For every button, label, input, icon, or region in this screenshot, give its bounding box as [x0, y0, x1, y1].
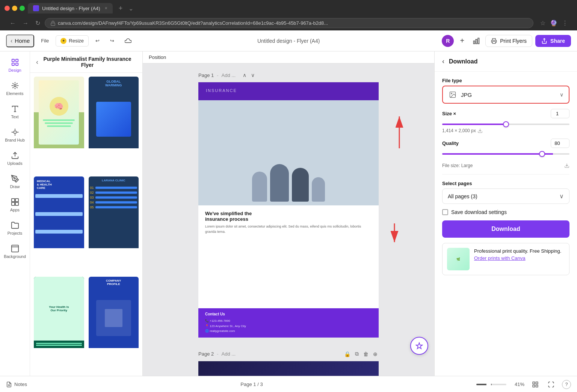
redo-btn[interactable]: ↪	[106, 36, 118, 46]
background-icon	[11, 244, 19, 253]
user-avatar[interactable]: R	[442, 35, 454, 47]
resize-btn[interactable]: ✦ Resize	[56, 35, 89, 47]
sidebar-item-text[interactable]: Text	[2, 101, 28, 123]
template-item[interactable]: GLOBALWARMING	[88, 76, 140, 173]
grid-view-icon	[532, 381, 539, 388]
close-window-btn[interactable]	[5, 6, 10, 11]
help-btn[interactable]: ?	[562, 380, 571, 389]
sidebar-item-brand-hub[interactable]: Brand Hub	[2, 124, 28, 146]
download-title: Download	[449, 58, 477, 65]
back-nav-btn[interactable]: ←	[8, 18, 18, 28]
page-2-lock-btn[interactable]: 🔒	[343, 350, 352, 358]
brand-hub-icon	[11, 128, 19, 136]
size-px-text: 1,414 × 2,000 px	[442, 128, 476, 133]
template-item[interactable]: 🧠	[33, 76, 85, 173]
file-type-label: File type	[442, 78, 569, 83]
template-item[interactable]: Your Health IsOur Priority	[33, 276, 85, 373]
download-back-btn[interactable]: ‹	[442, 57, 444, 65]
forward-nav-btn[interactable]: →	[20, 18, 31, 28]
file-size-text: File size: Large	[442, 163, 473, 168]
refresh-btn[interactable]: ↻	[33, 18, 42, 28]
bookmark-btn[interactable]: ☆	[539, 18, 547, 28]
canvas-toolbar: Position	[143, 51, 434, 63]
svg-rect-4	[492, 41, 495, 43]
sidebar-item-draw[interactable]: Draw	[2, 171, 28, 193]
svg-rect-32	[533, 385, 535, 387]
grid-view-btn[interactable]	[530, 380, 540, 389]
extensions-btn[interactable]: 🔮	[548, 18, 559, 28]
size-slider[interactable]	[442, 124, 569, 125]
zoom-controls: 41%	[476, 381, 524, 387]
magic-btn[interactable]	[410, 337, 428, 355]
download-btn[interactable]: Download	[442, 220, 569, 238]
notes-icon	[6, 381, 12, 387]
page-2-add-btn[interactable]: ⊕	[372, 350, 379, 358]
divider	[442, 174, 569, 175]
page-2-copy-btn[interactable]: ⧉	[354, 350, 360, 358]
browser-menu-btn[interactable]: ⋮	[560, 18, 569, 28]
sidebar-item-design[interactable]: Design	[2, 54, 28, 76]
sidebar-item-background[interactable]: Background	[2, 241, 28, 262]
fullscreen-btn[interactable]	[546, 380, 556, 389]
lock-icon	[50, 21, 56, 26]
page-1-add[interactable]: Add ...	[222, 72, 236, 78]
file-type-dropdown[interactable]: JPG ∨	[442, 86, 569, 104]
sidebar-uploads-label: Uploads	[7, 161, 22, 166]
template-item[interactable]: COMPANYPROFILE	[88, 276, 140, 373]
size-info-icon	[477, 128, 483, 133]
uploads-icon	[11, 151, 19, 160]
sidebar-projects-label: Projects	[8, 231, 23, 235]
help-label: ?	[565, 382, 568, 387]
pages-dropdown[interactable]: All pages (3) ∨	[442, 188, 569, 204]
home-btn[interactable]: ‹ Home	[6, 35, 34, 47]
print-btn[interactable]: Print Flyers	[485, 35, 532, 47]
add-collaborator-btn[interactable]: +	[457, 36, 467, 46]
template-item[interactable]: LARANA CLINIC 01 02 03 04 05	[88, 176, 140, 273]
page-1-down-btn[interactable]: ∨	[250, 71, 256, 79]
sidebar-item-uploads[interactable]: Uploads	[2, 148, 28, 169]
analytics-btn[interactable]	[470, 35, 482, 47]
quality-slider[interactable]	[442, 153, 569, 155]
tab-close-btn[interactable]: ×	[105, 6, 107, 11]
svg-rect-19	[15, 202, 18, 205]
canvas-scroll[interactable]: Page 1 - Add ... ∧ ∨	[143, 63, 434, 376]
text-icon	[11, 105, 19, 113]
quality-value-input[interactable]	[551, 139, 569, 148]
pages-value: All pages (3)	[448, 193, 477, 199]
sidebar-apps-label: Apps	[10, 208, 20, 212]
undo-btn[interactable]: ↩	[92, 36, 103, 46]
flyer-page-1[interactable]: INSURANCE	[198, 82, 379, 338]
browser-tab[interactable]: Untitled design - Flyer (A4) ×	[28, 3, 113, 14]
sidebar-item-projects[interactable]: Projects	[2, 217, 28, 239]
save-status-btn[interactable]	[121, 35, 135, 47]
sidebar-brand-hub-label: Brand Hub	[5, 138, 25, 142]
size-value-input[interactable]	[551, 109, 569, 118]
minimize-window-btn[interactable]	[12, 6, 17, 11]
order-prints-link[interactable]: Order prints with Canva	[474, 255, 526, 261]
file-type-chevron-icon: ∨	[560, 92, 563, 98]
svg-rect-9	[15, 63, 18, 65]
address-bar[interactable]: canva.com/design/DAFnwyf4FTo/Yp69usuaKR3…	[45, 18, 533, 28]
sidebar-item-apps[interactable]: Apps	[2, 194, 28, 216]
sidebar-background-label: Background	[4, 254, 26, 259]
print-promo-image: 🌿	[447, 248, 470, 270]
page-2-add[interactable]: Add ...	[222, 351, 236, 357]
notes-btn[interactable]: Notes	[6, 381, 27, 387]
template-item[interactable]: MEDICAL& HEALTHCARE	[33, 176, 85, 273]
elements-icon	[11, 81, 19, 90]
share-btn[interactable]: Share	[535, 35, 571, 47]
svg-rect-30	[533, 382, 535, 384]
save-download-checkbox[interactable]	[442, 209, 448, 215]
draw-icon	[11, 175, 19, 183]
flyer-page-2[interactable]: 2022 Registration 123-456-7890	[198, 361, 379, 376]
sidebar-item-elements[interactable]: Elements	[2, 78, 28, 100]
window-expand-btn[interactable]: ⌄	[128, 5, 133, 12]
svg-point-29	[486, 384, 491, 385]
svg-point-10	[14, 84, 16, 87]
page-2-delete-btn[interactable]: 🗑	[362, 350, 370, 358]
page-1-up-btn[interactable]: ∧	[242, 71, 248, 79]
new-tab-btn[interactable]: +	[116, 5, 126, 12]
maximize-window-btn[interactable]	[20, 6, 25, 11]
toolbar-right: R + Print Flyers Share	[442, 35, 571, 47]
file-menu-btn[interactable]: File	[37, 36, 53, 46]
